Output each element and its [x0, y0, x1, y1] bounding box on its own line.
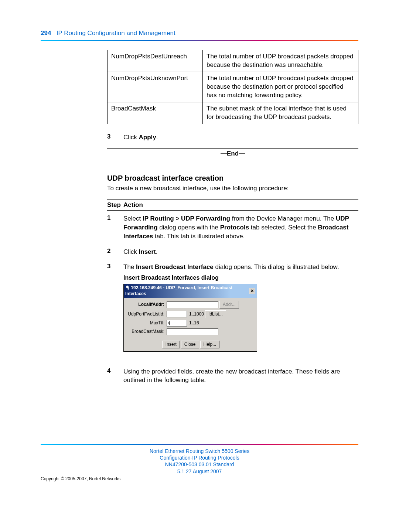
field-description-table: NumDropPktsDestUnreach The total number …: [107, 50, 358, 124]
step-text: Click: [123, 134, 139, 141]
end-label: —End—: [107, 150, 358, 157]
step-number: 1: [107, 214, 123, 241]
step-text: from the Device Manager menu. The: [230, 215, 336, 222]
footer-line-4: 5.1 27 August 2007: [41, 468, 358, 475]
step-1: 1 Select IP Routing > UDP Forwarding fro…: [107, 214, 358, 241]
table-row: BroadCastMask The subnet mask of the loc…: [108, 102, 358, 124]
step-bold: Apply: [139, 134, 156, 141]
header-title: IP Routing Configuration and Management: [57, 30, 175, 37]
footer-line-1: Nortel Ethernet Routing Switch 5500 Seri…: [41, 448, 358, 454]
ttl-hint: 1..16: [189, 320, 199, 326]
footer-line-2: Configuration-IP Routing Protocols: [41, 454, 358, 461]
close-icon[interactable]: ✕: [249, 288, 255, 294]
end-bottom-rule: [107, 159, 358, 159]
broadcast-mask-label: BroadCastMask:: [127, 328, 167, 335]
section-heading: UDP broadcast interface creation: [107, 174, 358, 183]
step-number: 4: [107, 367, 123, 385]
figure-caption: Insert Broadcast Interfaces dialog: [123, 274, 358, 282]
step-body: The Insert Broadcast Interface dialog op…: [123, 263, 358, 360]
end-block: —End—: [107, 148, 358, 159]
header-top-rule: [107, 200, 358, 200]
dialog-title-text: 192.168.249.46 - UDP_Forward, Insert Bro…: [125, 285, 232, 297]
help-button[interactable]: Help...: [200, 341, 220, 348]
step-number: 2: [107, 248, 123, 256]
fwd-hint: 1..1000: [189, 311, 204, 317]
step-text: The: [123, 263, 136, 270]
col-action-label: Action: [123, 201, 143, 209]
section-intro: To create a new broadcast interface, use…: [107, 184, 358, 193]
table-cell-desc: The total number of UDP broadcast packet…: [203, 50, 358, 72]
dialog-body: LocalIfAddr: Addr... UdpPortFwdListId: 1…: [124, 298, 257, 339]
step-text: dialog opens. This dialog is illustrated…: [214, 263, 339, 270]
step-text: Select: [123, 215, 143, 222]
table-cell-desc: The total number of UDP broadcast packet…: [203, 72, 358, 102]
table-cell-field: NumDropPktsDestUnreach: [108, 50, 203, 72]
close-button[interactable]: Close: [181, 341, 199, 348]
broadcast-mask-input[interactable]: [167, 328, 218, 335]
end-top-rule: [107, 148, 358, 149]
table-row: NumDropPktsUnknownPort The total number …: [108, 72, 358, 102]
page-header: 294 IP Routing Configuration and Managem…: [41, 30, 358, 37]
step-3: 3 The Insert Broadcast Interface dialog …: [107, 263, 358, 360]
table-cell-field: NumDropPktsUnknownPort: [108, 72, 203, 102]
step-bold: Insert: [139, 248, 156, 255]
step-body: Select IP Routing > UDP Forwarding from …: [123, 214, 358, 241]
step-number: 3: [107, 133, 123, 142]
insert-button[interactable]: Insert: [162, 341, 180, 348]
insert-broadcast-dialog: 🖣 192.168.249.46 - UDP_Forward, Insert B…: [123, 284, 257, 352]
max-ttl-label: MaxTtl:: [127, 320, 167, 326]
step-2: 2 Click Insert.: [107, 248, 358, 256]
table-cell-field: BroadCastMask: [108, 102, 203, 124]
addr-button[interactable]: Addr...: [219, 301, 239, 308]
dialog-title: 🖣 192.168.249.46 - UDP_Forward, Insert B…: [125, 285, 249, 297]
header-bottom-rule: [107, 210, 358, 211]
step-action-header: Step Action: [107, 200, 358, 211]
local-if-addr-input[interactable]: [167, 301, 218, 308]
step-text: Click: [123, 248, 139, 255]
step-text: .: [156, 134, 158, 141]
max-ttl-input[interactable]: 4: [167, 320, 187, 327]
page-footer: Nortel Ethernet Routing Switch 5500 Seri…: [41, 448, 358, 475]
dialog-titlebar: 🖣 192.168.249.46 - UDP_Forward, Insert B…: [124, 284, 257, 298]
header-gradient-rule: [41, 40, 358, 41]
step-body: Using the provided fields, create the ne…: [123, 367, 358, 385]
step-body: Click Apply.: [123, 133, 358, 142]
step-bold: Insert Broadcast Interface: [136, 263, 214, 270]
idlist-button[interactable]: IdList...: [205, 310, 226, 318]
footer-line-3: NN47200-503 03.01 Standard: [41, 461, 358, 468]
step-body: Click Insert.: [123, 248, 358, 256]
step-4: 4 Using the provided fields, create the …: [107, 367, 358, 385]
step-text: .: [156, 248, 158, 255]
udp-port-fwd-list-id-input[interactable]: [167, 311, 187, 317]
step-text: tab. This tab is illustrated above.: [153, 233, 245, 240]
table-row: NumDropPktsDestUnreach The total number …: [108, 50, 358, 72]
dialog-button-row: InsertCloseHelp...: [124, 339, 257, 351]
udp-port-fwd-list-id-label: UdpPortFwdListId:: [127, 311, 167, 317]
page-number: 294: [41, 30, 51, 37]
copyright: Copyright © 2005-2007, Nortel Networks: [41, 476, 358, 481]
step-text: tab selected. Select the: [249, 224, 318, 231]
local-if-addr-label: LocalIfAddr:: [127, 301, 167, 308]
step-3-apply: 3 Click Apply.: [107, 133, 358, 142]
footer-gradient-rule: [41, 444, 358, 445]
step-bold: Protocols: [220, 224, 249, 231]
step-text: dialog opens with the: [158, 224, 220, 231]
step-bold: IP Routing > UDP Forwarding: [143, 215, 230, 222]
table-cell-desc: The subnet mask of the local interface t…: [203, 102, 358, 124]
step-number: 3: [107, 263, 123, 360]
col-step-label: Step: [107, 201, 123, 209]
